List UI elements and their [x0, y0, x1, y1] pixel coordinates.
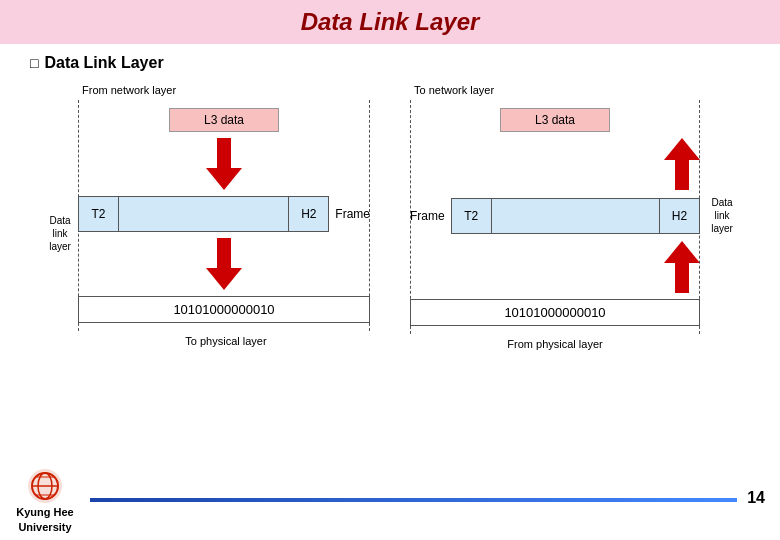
left-frame-label: Frame	[335, 207, 370, 221]
left-frame-box: T2 H2	[78, 196, 329, 232]
right-diagram: To network layer L3 data	[410, 84, 740, 350]
title-bar: Data Link Layer	[0, 0, 780, 44]
page-number: 14	[737, 489, 780, 512]
right-frame-box: T2 H2	[451, 198, 700, 234]
right-h2: H2	[659, 199, 699, 233]
left-frame-middle	[119, 197, 288, 231]
page-title: Data Link Layer	[0, 8, 780, 36]
left-h2: H2	[288, 197, 328, 231]
left-side-label: Datalinklayer	[42, 214, 78, 253]
left-arrow-down-1	[206, 138, 242, 190]
left-top-label: From network layer	[82, 84, 370, 96]
right-arrow-up-2	[664, 241, 700, 293]
footer-line	[90, 498, 737, 502]
left-binary: 10101000000010	[78, 296, 370, 323]
left-arrow-down-2	[206, 238, 242, 290]
slide: Data Link Layer Data Link Layer From net…	[0, 0, 780, 540]
right-top-label: To network layer	[414, 84, 740, 96]
right-frame-label: Frame	[410, 209, 445, 223]
subtitle: Data Link Layer	[30, 54, 780, 72]
diagrams-container: From network layer L3 data	[0, 84, 780, 350]
university-logo-icon	[26, 467, 64, 505]
left-diagram: From network layer L3 data	[40, 84, 370, 350]
right-l3-box: L3 data	[500, 108, 610, 132]
right-bottom-label: From physical layer	[410, 338, 700, 350]
left-t2: T2	[79, 197, 119, 231]
footer-logo-area: Kyung HeeUniversity	[0, 461, 90, 540]
right-side-label: Datalinklayer	[700, 196, 740, 235]
left-bottom-label: To physical layer	[82, 335, 370, 347]
footer: Kyung HeeUniversity 14	[0, 461, 780, 540]
right-arrow-up-1	[664, 138, 700, 190]
left-l3-box: L3 data	[169, 108, 279, 132]
right-frame-middle	[492, 199, 659, 233]
university-name: Kyung HeeUniversity	[16, 505, 73, 534]
right-binary: 10101000000010	[410, 299, 700, 326]
right-t2: T2	[452, 199, 492, 233]
